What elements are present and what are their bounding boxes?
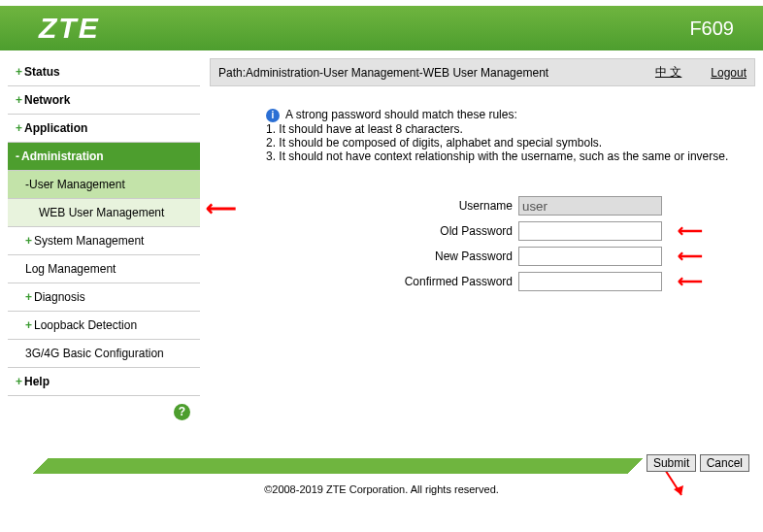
breadcrumb: Path:Administration-User Management-WEB … [210, 58, 755, 86]
main-container: +Status +Network +Application -Administr… [0, 50, 763, 439]
language-link[interactable]: 中 文 [655, 64, 681, 81]
sidebar-item-3g4g-config[interactable]: 3G/4G Basic Configuration [8, 340, 200, 368]
breadcrumb-text: Path:Administration-User Management-WEB … [218, 66, 655, 80]
annotation-arrow-icon: ⟵ [678, 246, 703, 267]
sidebar-item-status[interactable]: +Status [8, 58, 200, 86]
annotation-arrow-icon: ⟵ [206, 196, 237, 221]
rule-1: 1. It should have at least 8 characters. [266, 122, 746, 136]
username-label: Username [210, 199, 518, 213]
logo: ZTE [39, 12, 100, 45]
sidebar-item-administration[interactable]: -Administration [8, 143, 200, 171]
rules-title: A strong password should match these rul… [285, 108, 517, 121]
help-icon[interactable]: ? [174, 404, 190, 420]
password-rules: iA strong password should match these ru… [210, 86, 755, 173]
username-field [518, 196, 662, 216]
footer-bar: Submit Cancel [0, 449, 763, 478]
sidebar-item-system-management[interactable]: +System Management [8, 227, 200, 255]
new-password-field[interactable] [518, 247, 662, 266]
content: Path:Administration-User Management-WEB … [210, 58, 755, 439]
sidebar-item-loopback[interactable]: +Loopback Detection [8, 312, 200, 340]
sidebar-item-application[interactable]: +Application [8, 115, 200, 143]
sidebar-item-log-management[interactable]: Log Management [8, 255, 200, 283]
rule-2: 2. It should be composed of digits, alph… [266, 136, 746, 150]
annotation-arrow-icon: ⟵ [678, 271, 703, 292]
old-password-label: Old Password [210, 224, 518, 238]
sidebar-item-help[interactable]: +Help [8, 368, 200, 396]
sidebar-item-user-management[interactable]: -User Management [8, 171, 200, 199]
info-icon: i [266, 109, 280, 122]
footer-stripe [29, 458, 647, 474]
header: ZTE F609 [0, 6, 763, 50]
cancel-button[interactable]: Cancel [700, 454, 749, 472]
sidebar-item-diagnosis[interactable]: +Diagnosis [8, 283, 200, 312]
rule-3: 3. It should not have context relationsh… [266, 150, 746, 163]
submit-button[interactable]: Submit [647, 454, 696, 472]
logout-link[interactable]: Logout [711, 66, 746, 80]
sidebar-item-web-user-management[interactable]: WEB User Management [8, 199, 200, 227]
confirm-password-field[interactable] [518, 272, 662, 291]
model-label: F609 [689, 17, 734, 40]
old-password-field[interactable] [518, 221, 662, 241]
password-form: Username Old Password ⟵ New Password ⟵ C… [210, 196, 755, 291]
new-password-label: New Password [210, 249, 518, 263]
confirm-password-label: Confirmed Password [210, 275, 518, 288]
sidebar-item-network[interactable]: +Network [8, 86, 200, 115]
annotation-arrow-icon: ⟵ [678, 220, 703, 242]
copyright: ©2008-2019 ZTE Corporation. All rights r… [0, 478, 763, 505]
sidebar: +Status +Network +Application -Administr… [8, 58, 200, 439]
